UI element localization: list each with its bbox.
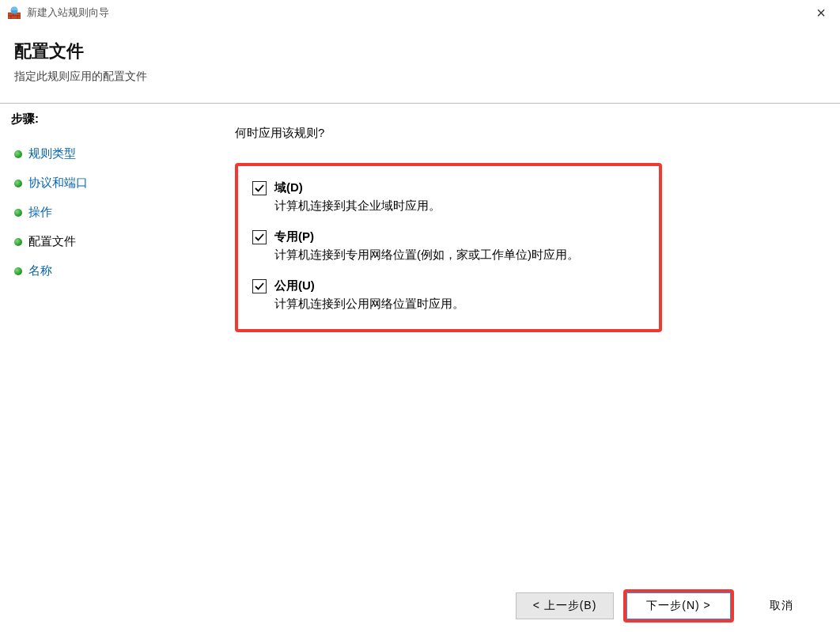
sidebar-item-profile[interactable]: 配置文件 (11, 227, 202, 256)
profile-option-private: 专用(P) 计算机连接到专用网络位置(例如，家或工作单位)时应用。 (252, 229, 645, 263)
checkbox-domain[interactable] (252, 181, 267, 195)
step-bullet-icon (14, 180, 22, 187)
svg-rect-4 (11, 16, 17, 19)
step-label: 规则类型 (28, 146, 76, 161)
step-label: 协议和端口 (28, 176, 88, 191)
wizard-footer: < 上一步(B) 下一步(N) > 取消 (516, 589, 819, 623)
profile-options-highlight: 域(D) 计算机连接到其企业域时应用。 专用(P) 计算机连接到专用网络位置(例… (235, 163, 662, 332)
checkbox-private[interactable] (252, 230, 267, 244)
sidebar-item-name[interactable]: 名称 (11, 256, 202, 286)
checkbox-desc-private: 计算机连接到专用网络位置(例如，家或工作单位)时应用。 (274, 248, 645, 263)
step-bullet-icon (14, 209, 22, 217)
wizard-header: 配置文件 指定此规则应用的配置文件 (0, 25, 840, 103)
svg-rect-3 (8, 16, 11, 19)
sidebar-item-action[interactable]: 操作 (11, 198, 202, 227)
checkbox-label-public: 公用(U) (274, 278, 315, 293)
checkbox-public[interactable] (252, 279, 267, 293)
profile-option-domain: 域(D) 计算机连接到其企业域时应用。 (252, 180, 645, 214)
close-icon[interactable]: × (810, 4, 832, 22)
cancel-button[interactable]: 取消 (744, 592, 819, 619)
step-bullet-icon (14, 267, 22, 275)
wizard-content: 何时应用该规则? 域(D) 计算机连接到其企业域时应用。 专用(P) (202, 104, 840, 586)
step-label: 配置文件 (28, 234, 76, 249)
back-button[interactable]: < 上一步(B) (516, 592, 614, 619)
titlebar: 新建入站规则向导 × (0, 0, 840, 25)
step-label: 操作 (28, 205, 52, 220)
sidebar-item-protocol-port[interactable]: 协议和端口 (11, 168, 202, 198)
sidebar-item-rule-type[interactable]: 规则类型 (11, 139, 202, 168)
steps-sidebar: 步骤: 规则类型 协议和端口 操作 配置文件 名称 (0, 104, 202, 586)
checkbox-label-private: 专用(P) (274, 229, 314, 244)
checkbox-desc-domain: 计算机连接到其企业域时应用。 (274, 199, 645, 214)
page-subtitle: 指定此规则应用的配置文件 (14, 70, 826, 84)
firewall-icon (8, 6, 21, 19)
profile-question: 何时应用该规则? (235, 126, 807, 141)
step-label: 名称 (28, 263, 52, 278)
checkbox-label-domain: 域(D) (274, 180, 303, 195)
page-title: 配置文件 (14, 40, 826, 63)
next-button[interactable]: 下一步(N) > (623, 589, 734, 623)
step-bullet-icon (14, 238, 22, 246)
window-title: 新建入站规则向导 (27, 6, 109, 20)
profile-option-public: 公用(U) 计算机连接到公用网络位置时应用。 (252, 278, 645, 312)
checkbox-desc-public: 计算机连接到公用网络位置时应用。 (274, 297, 645, 312)
steps-heading: 步骤: (11, 112, 202, 127)
step-bullet-icon (14, 150, 22, 158)
svg-rect-5 (17, 16, 21, 19)
